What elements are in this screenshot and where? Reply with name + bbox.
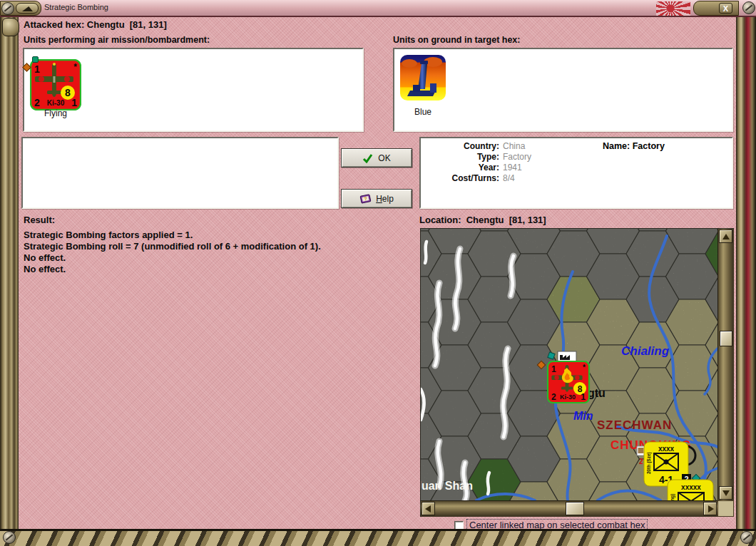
air-rating-tl: 1 bbox=[34, 63, 40, 75]
ok-button[interactable]: OK bbox=[341, 148, 412, 168]
map-vertical-scrollbar[interactable] bbox=[717, 229, 734, 500]
svg-text:xxxx: xxxx bbox=[658, 445, 675, 453]
close-button[interactable]: X bbox=[719, 3, 732, 14]
air-units-label: Units performing air mission/bombardment… bbox=[24, 35, 210, 45]
type-value: Factory bbox=[503, 152, 531, 163]
type-label: Type: bbox=[425, 152, 499, 163]
map-label-szechwan: SZECHWAN bbox=[597, 418, 672, 432]
help-book-icon: ? bbox=[359, 193, 372, 204]
map-label-chialing: Chialing bbox=[621, 344, 670, 358]
cost-turns-value: 8/4 bbox=[503, 173, 515, 184]
window-controls-area: X bbox=[693, 1, 739, 16]
air-strength: 8 bbox=[65, 87, 71, 98]
help-button[interactable]: ? Help bbox=[341, 189, 412, 208]
result-line: Strategic Bombing roll = 7 (unmodified r… bbox=[24, 241, 321, 252]
svg-text:xxxxx: xxxxx bbox=[681, 483, 701, 491]
screw-icon bbox=[1, 2, 14, 15]
window-menu-button[interactable] bbox=[16, 3, 39, 14]
air-rating-bl: 2 bbox=[34, 97, 40, 108]
scroll-left-icon bbox=[425, 505, 431, 512]
map-air-unit-counter[interactable]: 8 1 * 2 Ki-30 1 bbox=[548, 361, 589, 403]
svg-text:(Chiang): (Chiang) bbox=[670, 494, 675, 500]
help-label: Help bbox=[376, 194, 394, 204]
country-value: China bbox=[503, 141, 525, 152]
air-rating-br: 1 bbox=[71, 97, 77, 108]
map-label-min: Min bbox=[573, 410, 593, 422]
svg-text:2: 2 bbox=[551, 392, 556, 402]
location-heading: Location: Chengtu [81, 131] bbox=[419, 215, 546, 225]
ok-label: OK bbox=[378, 153, 390, 163]
svg-text:1: 1 bbox=[551, 364, 556, 374]
air-unit-caption: Flying bbox=[30, 108, 81, 118]
scroll-left-button[interactable] bbox=[422, 502, 435, 515]
organized-marker-icon bbox=[32, 56, 39, 63]
year-value: 1941 bbox=[503, 163, 522, 173]
air-rating-tr: * bbox=[73, 62, 77, 72]
window-frame-right bbox=[736, 17, 756, 546]
svg-text:*: * bbox=[583, 364, 586, 371]
attacked-hex-heading: Attacked hex: Chengtu [81, 131] bbox=[24, 19, 167, 30]
result-line: No effect. bbox=[24, 264, 321, 275]
screw-icon bbox=[740, 531, 753, 544]
window-title: Strategic Bombing bbox=[44, 3, 108, 11]
map-viewport[interactable]: Chengtu Chialing Min SZECHWAN CHUNGKING … bbox=[421, 229, 717, 500]
target-info-box: Country:China Type:Factory Year:1941 Cos… bbox=[419, 137, 733, 209]
message-listbox[interactable] bbox=[21, 137, 339, 209]
frame-ornament bbox=[2, 18, 19, 36]
svg-text:Ki-30: Ki-30 bbox=[560, 393, 576, 401]
horizontal-scroll-thumb[interactable] bbox=[566, 502, 584, 515]
air-type-name: Ki-30 bbox=[47, 99, 65, 107]
svg-text:20th (Sze): 20th (Sze) bbox=[646, 452, 652, 474]
vertical-scroll-thumb[interactable] bbox=[720, 331, 732, 346]
map-horizontal-scrollbar[interactable] bbox=[421, 500, 717, 517]
scroll-down-button[interactable] bbox=[719, 486, 732, 500]
target-name: Name: Factory bbox=[603, 141, 665, 151]
ground-units-label: Units on ground in target hex: bbox=[393, 35, 520, 45]
window-frame-bottom bbox=[0, 529, 756, 546]
window-menu-area bbox=[0, 1, 41, 16]
linked-map[interactable]: Chengtu Chialing Min SZECHWAN CHUNGKING … bbox=[420, 228, 734, 517]
window-frame-left bbox=[0, 17, 19, 546]
factory-unit-icon[interactable] bbox=[400, 55, 446, 101]
check-icon bbox=[362, 153, 374, 163]
result-line: No effect. bbox=[24, 252, 321, 264]
hex-map: Chengtu Chialing Min SZECHWAN CHUNGKING … bbox=[421, 229, 717, 500]
map-label-juan-shan: Juan Shan bbox=[421, 480, 473, 492]
scroll-right-button[interactable] bbox=[703, 502, 717, 515]
rising-sun-flag-icon bbox=[656, 1, 690, 16]
screw-icon bbox=[3, 531, 16, 544]
ground-unit-caption: Blue bbox=[400, 107, 446, 117]
strategic-bombing-dialog: Strategic Bombing X Attacked hex: Chengt… bbox=[0, 0, 756, 546]
scroll-right-icon bbox=[708, 505, 714, 512]
map-ground-unit-2[interactable]: xxxxx (Chiang) bbox=[668, 480, 713, 500]
target-info-rows: Country:China Type:Factory Year:1941 Cos… bbox=[425, 141, 531, 184]
screw-icon bbox=[742, 1, 755, 14]
scroll-down-icon bbox=[722, 490, 730, 496]
scroll-up-icon bbox=[722, 234, 730, 239]
air-unit-counter-ki30[interactable]: 8 1 * 2 Ki-30 1 bbox=[30, 59, 81, 110]
svg-text:1: 1 bbox=[581, 392, 586, 402]
result-line: Strategic Bombing factors applied = 1. bbox=[24, 230, 321, 241]
svg-text:2: 2 bbox=[639, 458, 643, 465]
scroll-up-button[interactable] bbox=[719, 230, 732, 243]
scrollbar-corner bbox=[717, 500, 734, 517]
result-lines: Strategic Bombing factors applied = 1. S… bbox=[24, 230, 321, 275]
country-label: Country: bbox=[425, 141, 499, 152]
cost-turns-label: Cost/Turns: bbox=[425, 173, 499, 184]
title-bar: Strategic Bombing X bbox=[0, 0, 756, 17]
year-label: Year: bbox=[425, 163, 499, 173]
result-heading: Result: bbox=[24, 215, 55, 225]
window-menu-icon bbox=[22, 6, 33, 11]
